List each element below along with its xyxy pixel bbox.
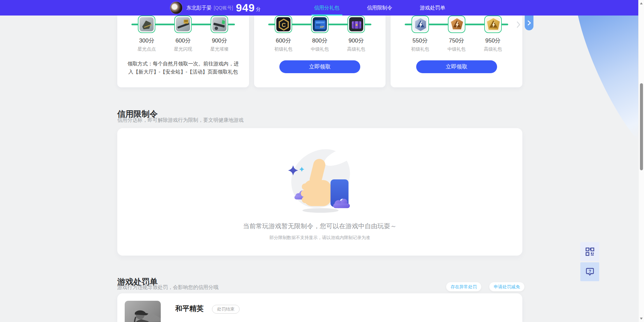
credit-page: 东北彭于晏[QQ账号] 949 分 信用分礼包 信用限制令 游戏处罚单	[0, 0, 644, 322]
claim-now-button[interactable]: 立即领取	[416, 60, 497, 73]
milestone-label: 高级礼包	[484, 46, 502, 52]
milestone-label: 星光璀璨	[210, 46, 228, 52]
credit-score-unit: 分	[256, 6, 260, 12]
milestone: 900分 高级礼包	[342, 16, 371, 52]
milestone: 300分 星光点点	[132, 16, 161, 52]
milestone-list: C 600分 初级礼包 XP 800分	[254, 16, 386, 52]
credit-score-value: 949	[236, 0, 255, 16]
gift-card-badges: 550分 初级礼包 750分 中级礼包	[391, 16, 522, 87]
top-navbar: 东北彭于晏[QQ账号] 949 分 信用分礼包 信用限制令 游戏处罚单	[0, 0, 638, 16]
milestone-score: 750分	[449, 37, 464, 45]
game-thumbnail	[125, 301, 161, 322]
tab-label: 游戏处罚单	[420, 5, 445, 10]
milestone-score: 800分	[312, 37, 327, 45]
gift-card-cf: C 600分 初级礼包 XP 800分	[254, 16, 386, 87]
reward-icon-badge-950[interactable]	[484, 16, 502, 33]
restriction-empty-message: 当前常玩游戏暂无限制令，您可以在游戏中自由玩耍～	[117, 222, 522, 231]
tab-label: 信用限制令	[367, 5, 392, 10]
milestone: 600分 星光闪现	[168, 16, 197, 52]
milestone-label: 中级礼包	[311, 46, 329, 52]
coin-letter: C	[282, 22, 286, 28]
expand-panel-button[interactable]	[525, 16, 533, 30]
milestone-label: 初级礼包	[274, 46, 293, 52]
scrollbar-track[interactable]	[638, 0, 644, 322]
reward-icon-xp-800[interactable]: XP	[311, 16, 329, 33]
reward-icon-coin-600[interactable]: C	[275, 16, 292, 33]
milestone-label: 高级礼包	[347, 46, 365, 52]
tab-credit-restrictions[interactable]: 信用限制令	[367, 0, 392, 16]
thumbs-up-illustration	[283, 144, 357, 218]
corner-gradient-decoration	[577, 16, 638, 158]
milestone-list: 300分 星光点点 600分 星光闪现	[117, 16, 249, 52]
claim-instructions-line2: 入【新大厅】-【安全站】-【活动】页面领取礼包	[127, 68, 240, 76]
reward-icon-starlight-300[interactable]	[138, 16, 155, 33]
game-name: 和平精英	[175, 304, 204, 313]
milestone: C 600分 初级礼包	[269, 16, 298, 52]
xp-label: XP	[319, 25, 324, 29]
gift-cards-row: 300分 星光点点 600分 星光闪现	[117, 16, 522, 87]
milestone-score: 900分	[348, 37, 364, 45]
claim-instructions-line1: 领取方式：每个自然月领取一次。前往游戏内，进	[127, 60, 240, 68]
milestone: 750分 中级礼包	[442, 16, 471, 52]
milestone-label: 星光闪现	[174, 46, 192, 52]
chevron-right-icon	[527, 20, 531, 26]
question-mark-glyph: ?	[588, 269, 591, 273]
milestone-score: 550分	[412, 37, 428, 45]
scrollbar-thumb[interactable]	[640, 83, 643, 170]
milestone: 950分 高级礼包	[479, 16, 508, 52]
reward-icon-crate-900[interactable]	[347, 16, 365, 33]
claim-now-button[interactable]: 立即领取	[279, 60, 360, 73]
milestone-score: 600分	[176, 37, 191, 45]
punishment-record-card[interactable]: 和平精英 处罚结束	[117, 293, 522, 322]
credit-score: 949 分	[236, 0, 260, 16]
milestone-label: 中级礼包	[448, 46, 466, 52]
punishment-section-subtitle: 游戏行为违规导致处罚，会影响您的信用分哦	[117, 284, 218, 291]
scroll-up-icon[interactable]	[640, 2, 643, 4]
abnormal-punishment-link[interactable]: 存在异常处罚	[446, 282, 481, 291]
reward-icon-badge-550[interactable]	[411, 16, 429, 33]
milestone-score: 600分	[276, 37, 291, 45]
reward-icon-starlight-900[interactable]	[211, 16, 228, 33]
claim-instructions: 领取方式：每个自然月领取一次。前往游戏内，进 入【新大厅】-【安全站】-【活动】…	[127, 60, 240, 76]
milestone-score: 950分	[485, 37, 500, 45]
milestone-label: 星光点点	[137, 46, 156, 52]
milestone: 900分 星光璀璨	[205, 16, 234, 52]
milestone-label: 初级礼包	[411, 46, 429, 52]
qr-code-button[interactable]	[580, 242, 599, 261]
username: 东北彭于晏[QQ账号]	[186, 0, 233, 16]
active-tab-underline	[311, 14, 342, 16]
restriction-section-subtitle: 信用分达标，即可解除游戏行为限制，要文明健康地游戏	[117, 117, 244, 123]
milestone-score: 300分	[139, 37, 154, 45]
username-text: 东北彭于晏	[186, 5, 212, 10]
tab-game-punishments[interactable]: 游戏处罚单	[420, 0, 445, 16]
punishment-status-badge: 处罚结束	[212, 305, 240, 314]
scroll-down-icon[interactable]	[640, 318, 643, 320]
restriction-empty-card: 当前常玩游戏暂无限制令，您可以在游戏中自由玩耍～ 部分限制数据不支持显示，请以游…	[117, 128, 522, 256]
help-bubble-icon: ?	[585, 267, 594, 276]
reward-icon-starlight-600[interactable]	[174, 16, 192, 33]
tab-label: 信用分礼包	[314, 5, 339, 10]
avatar[interactable]	[170, 2, 182, 14]
carousel-next-icon[interactable]	[517, 21, 521, 30]
nav-tabs: 信用分礼包 信用限制令 游戏处罚单	[314, 0, 445, 16]
qr-code-icon	[585, 247, 594, 256]
punishment-reduction-link[interactable]: 申请处罚减免	[489, 282, 524, 291]
milestone: XP 800分 中级礼包	[305, 16, 334, 52]
feedback-button[interactable]: ?	[580, 262, 599, 281]
gift-card-starlight: 300分 星光点点 600分 星光闪现	[117, 16, 249, 87]
milestone-list: 550分 初级礼包 750分 中级礼包	[391, 16, 522, 52]
restriction-empty-note: 部分限制数据不支持显示，请以游戏内限制记录为准	[117, 235, 522, 241]
account-type-label: [QQ账号]	[214, 5, 233, 10]
tab-credit-gifts[interactable]: 信用分礼包	[314, 0, 339, 16]
milestone-score: 900分	[212, 37, 227, 45]
milestone: 550分 初级礼包	[406, 16, 435, 52]
reward-icon-badge-750[interactable]	[448, 16, 465, 33]
